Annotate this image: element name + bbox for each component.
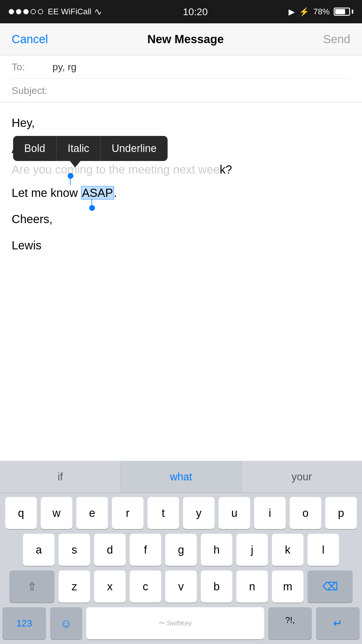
to-label: To:	[12, 61, 52, 73]
subject-label: Subject:	[12, 85, 52, 96]
key-w[interactable]: w	[41, 497, 72, 529]
underline-button[interactable]: Underline	[101, 136, 168, 161]
selection-handle-top[interactable]	[68, 173, 73, 179]
send-button[interactable]: Send	[323, 33, 350, 46]
swiftkey-logo-text: 〜 SwiftKey	[159, 619, 192, 628]
key-row-2: a s d f g h j k l	[2, 534, 360, 566]
key-x[interactable]: x	[94, 570, 126, 603]
to-value: py, rg	[52, 61, 77, 73]
status-right: ▶ ⚡ 78%	[289, 7, 353, 17]
key-k[interactable]: k	[272, 534, 303, 566]
battery-body	[334, 8, 350, 16]
key-l[interactable]: l	[307, 534, 339, 566]
battery-tip	[352, 10, 353, 14]
key-q[interactable]: q	[5, 497, 37, 529]
body-line-2-cont: Are you coming to the meeting next week?	[12, 161, 350, 178]
email-body[interactable]: Hey, Are you coming to the meeting next …	[0, 102, 362, 254]
shift-icon: ⇧	[27, 580, 37, 593]
email-header: To: py, rg Subject:	[0, 55, 362, 102]
dot5	[38, 9, 43, 14]
selection-handle-bottom[interactable]	[89, 205, 95, 211]
body-line-4: Cheers,	[12, 210, 350, 228]
key-r[interactable]: r	[112, 497, 143, 529]
key-delete[interactable]: ⌫	[307, 570, 353, 603]
body-line-3: Let me know ASAP.	[12, 184, 350, 202]
key-u[interactable]: u	[219, 497, 250, 529]
body-line-5: Lewis	[12, 237, 350, 254]
signal-strength	[9, 9, 43, 14]
subject-row[interactable]: Subject:	[12, 79, 350, 102]
key-d[interactable]: d	[94, 534, 126, 566]
key-m[interactable]: m	[272, 570, 303, 603]
return-icon: ↵	[333, 617, 342, 630]
predictive-bar[interactable]: if what your	[0, 461, 362, 493]
key-shift[interactable]: ⇧	[9, 570, 55, 603]
key-v[interactable]: v	[165, 570, 197, 603]
punct-label: ?!,	[285, 616, 295, 624]
dot1	[9, 9, 14, 14]
to-row[interactable]: To: py, rg	[12, 55, 350, 79]
key-g[interactable]: g	[165, 534, 197, 566]
key-n[interactable]: n	[236, 570, 268, 603]
key-row-1: q w e r t y u i o p	[2, 497, 360, 529]
key-row-3: ⇧ z x c v b n m ⌫	[2, 570, 360, 603]
bold-button[interactable]: Bold	[13, 136, 57, 161]
space-content: 〜 SwiftKey	[159, 619, 192, 628]
key-o[interactable]: o	[290, 497, 321, 529]
bluetooth-icon: ⚡	[299, 7, 309, 17]
key-space[interactable]: 〜 SwiftKey	[86, 607, 264, 639]
handle-line-bottom	[92, 199, 92, 205]
dot3	[23, 9, 29, 14]
format-popup-inner: Bold Italic Underline	[13, 136, 168, 161]
key-i[interactable]: i	[254, 497, 286, 529]
status-left: EE WiFiCall ∿	[9, 6, 102, 17]
keyboard: q w e r t y u i o p a s d f g h j k l ⇧	[0, 493, 362, 644]
dot4	[31, 9, 36, 14]
keyboard-area: if what your q w e r t y u i o p a s d f…	[0, 461, 362, 644]
key-z[interactable]: z	[59, 570, 90, 603]
italic-button[interactable]: Italic	[57, 136, 101, 161]
carrier-label: EE WiFiCall	[48, 7, 91, 16]
predictive-your[interactable]: your	[242, 461, 362, 493]
location-icon: ▶	[289, 7, 295, 17]
punct-sub: .	[289, 624, 291, 631]
key-return[interactable]: ↵	[316, 607, 360, 639]
key-c[interactable]: c	[130, 570, 161, 603]
key-j[interactable]: j	[236, 534, 268, 566]
key-f[interactable]: f	[130, 534, 161, 566]
key-e[interactable]: e	[76, 497, 108, 529]
battery-percent: 78%	[313, 7, 330, 16]
battery-icon	[334, 8, 353, 16]
key-h[interactable]: h	[201, 534, 232, 566]
punct-content: ?!, .	[285, 616, 295, 631]
nav-bar: Cancel New Message Send	[0, 23, 362, 55]
key-b[interactable]: b	[201, 570, 232, 603]
predictive-what[interactable]: what	[121, 461, 241, 493]
cancel-button[interactable]: Cancel	[12, 33, 48, 46]
emoji-icon: ☺	[60, 617, 72, 630]
key-p[interactable]: p	[325, 497, 357, 529]
nav-title: New Message	[147, 33, 224, 46]
format-popup: Bold Italic Underline	[13, 136, 168, 161]
key-punct[interactable]: ?!, .	[268, 607, 312, 639]
predictive-if[interactable]: if	[0, 461, 121, 493]
key-emoji[interactable]: ☺	[50, 607, 82, 639]
popup-arrow	[70, 161, 80, 167]
key-123[interactable]: 123	[2, 607, 46, 639]
key-row-bottom: 123 ☺ 〜 SwiftKey ?!, . ↵	[2, 607, 360, 639]
body-line-1: Hey,	[12, 114, 350, 132]
battery-fill	[335, 9, 345, 14]
handle-line-top	[70, 178, 71, 185]
key-t[interactable]: t	[147, 497, 179, 529]
key-s[interactable]: s	[59, 534, 90, 566]
delete-icon: ⌫	[322, 580, 338, 593]
status-bar: EE WiFiCall ∿ 10:20 ▶ ⚡ 78%	[0, 0, 362, 23]
status-time: 10:20	[183, 6, 208, 18]
key-y[interactable]: y	[183, 497, 215, 529]
dot2	[16, 9, 21, 14]
wifi-icon: ∿	[94, 6, 102, 17]
selected-asap: ASAP	[81, 186, 114, 200]
key-a[interactable]: a	[23, 534, 55, 566]
